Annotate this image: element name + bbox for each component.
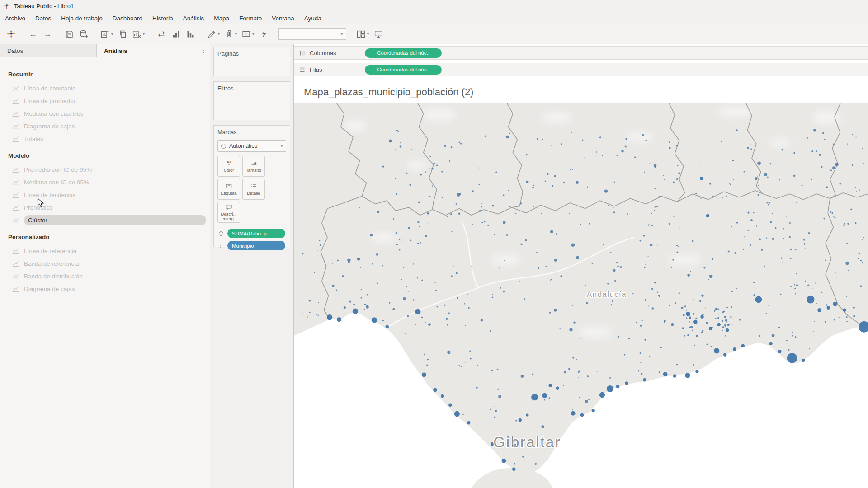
map-bubble[interactable] — [723, 353, 726, 356]
new-worksheet-button[interactable]: ▾ — [99, 26, 115, 42]
fix-axes-button[interactable] — [257, 26, 270, 42]
map-bubble[interactable] — [599, 392, 605, 398]
map-bubble[interactable] — [714, 348, 719, 353]
map-bubble[interactable] — [448, 404, 452, 407]
detail-button[interactable]: Detalle — [242, 179, 265, 200]
map-bubble[interactable] — [755, 296, 762, 303]
map-bubble[interactable] — [433, 388, 437, 392]
map-bubble[interactable] — [817, 308, 821, 312]
map-bubble[interactable] — [372, 317, 377, 323]
mark-type-selector[interactable]: Automático ▾ — [217, 140, 286, 152]
clear-sheet-button[interactable]: ▾ — [130, 26, 146, 42]
map-bubble[interactable] — [580, 413, 584, 417]
analytics-item-banda-de-distribucion[interactable]: Banda de distribución — [0, 270, 210, 282]
map-bubble[interactable] — [686, 312, 690, 316]
label-button[interactable]: Etiqueta — [217, 179, 240, 200]
map-bubble[interactable] — [386, 325, 389, 328]
map-bubble[interactable] — [709, 327, 712, 330]
map-bubble[interactable] — [591, 409, 594, 412]
undo-button[interactable]: ← — [26, 26, 40, 42]
color-button[interactable]: Color — [217, 156, 240, 177]
rows-shelf[interactable]: Filas Coordenadas del núc.. — [294, 63, 868, 76]
map-bubble[interactable] — [353, 309, 358, 314]
group-members-button[interactable]: ▾ — [222, 26, 239, 42]
rows-shelf-zone[interactable]: Coordenadas del núc.. — [353, 65, 868, 75]
analytics-item-promedio-ic95[interactable]: Promedio con IC de 95% — [0, 163, 210, 176]
field-pill-municipio[interactable]: Municipio — [227, 241, 285, 250]
swap-axes-button[interactable]: ⇄ — [155, 26, 168, 42]
analytics-item-linea-de-referencia[interactable]: Línea de referencia — [0, 244, 210, 257]
duplicate-button[interactable] — [116, 26, 129, 42]
map-bubble[interactable] — [327, 314, 332, 320]
collapse-pane-icon[interactable]: ‹ — [202, 47, 204, 55]
map-bubble[interactable] — [422, 373, 426, 377]
map-bubble[interactable] — [741, 344, 745, 347]
map-bubble[interactable] — [531, 394, 538, 401]
map-bubble[interactable] — [616, 385, 619, 388]
sort-descending-button[interactable] — [184, 26, 197, 42]
rows-pill-coordenadas[interactable]: Coordenadas del núc.. — [365, 65, 442, 75]
map-bubble[interactable] — [663, 372, 668, 376]
analytics-item-linea-de-constante[interactable]: Línea de constante — [0, 82, 210, 94]
show-mark-labels-button[interactable]: ▾ — [240, 26, 256, 42]
map-bubble[interactable] — [571, 411, 576, 416]
menu-formato[interactable]: Formato — [234, 13, 267, 23]
map-bubble[interactable] — [706, 214, 709, 217]
map-bubble[interactable] — [802, 359, 805, 362]
map-bubble[interactable] — [512, 468, 515, 471]
menu-dashboard[interactable]: Dashboard — [108, 13, 147, 23]
field-pill-suma-ratio[interactable]: SUMA(Ratio_p.. — [227, 229, 285, 238]
columns-shelf-zone[interactable]: Coordenadas del núc.. — [353, 48, 868, 58]
size-button[interactable]: Tamaño — [242, 156, 265, 177]
map-bubble[interactable] — [556, 386, 559, 389]
map-bubble[interactable] — [607, 385, 613, 392]
menu-datos[interactable]: Datos — [30, 13, 56, 23]
map-canvas[interactable]: AndalucíaGibraltar — [294, 103, 868, 488]
menu-ayuda[interactable]: Ayuda — [299, 13, 326, 23]
analytics-item-banda-de-referencia[interactable]: Banda de referencia — [0, 257, 210, 270]
map-bubble[interactable] — [700, 315, 703, 318]
show-hide-cards-button[interactable]: ▾ — [354, 26, 371, 42]
map-bubble[interactable] — [337, 317, 341, 322]
menu-analisis[interactable]: Análisis — [178, 13, 209, 23]
analytics-item-diagrama-de-cajas[interactable]: Diagrama de cajas — [0, 120, 210, 132]
start-page-button[interactable] — [5, 26, 18, 42]
map-bubble[interactable] — [693, 320, 698, 324]
tooltip-button[interactable]: Descri... emerg.. — [217, 202, 240, 223]
fit-selector[interactable]: ▾ — [278, 28, 346, 40]
filters-shelf[interactable]: Filtros — [213, 81, 290, 120]
map-bubble[interactable] — [548, 384, 552, 387]
map-bubble[interactable] — [454, 411, 460, 417]
redo-button[interactable]: → — [41, 26, 54, 42]
map-bubble[interactable] — [700, 177, 703, 180]
map-view[interactable]: AndalucíaGibraltar — [294, 103, 868, 488]
save-button[interactable] — [62, 26, 76, 42]
analytics-item-totales[interactable]: Totales — [0, 132, 210, 145]
map-bubble[interactable] — [526, 413, 528, 416]
map-bubble[interactable] — [827, 306, 830, 310]
map-bubble[interactable] — [502, 459, 506, 463]
map-bubble[interactable] — [787, 353, 797, 363]
map-bubble[interactable] — [643, 378, 646, 381]
menu-ventana[interactable]: Ventana — [267, 13, 299, 23]
analytics-item-diagrama-de-cajas-2[interactable]: Diagrama de cajas — [0, 282, 210, 295]
menu-historia[interactable]: Historia — [147, 13, 178, 23]
analytics-item-linea-de-tendencia[interactable]: Línea de tendencia — [0, 188, 210, 201]
map-bubble[interactable] — [695, 370, 698, 373]
sort-ascending-button[interactable] — [169, 26, 183, 42]
new-data-source-button[interactable] — [77, 26, 90, 42]
analytics-item-mediana-con-cuartiles[interactable]: Mediana con cuartiles — [0, 107, 210, 120]
map-bubble[interactable] — [467, 421, 470, 424]
map-bubble[interactable] — [441, 394, 444, 398]
map-bubble[interactable] — [673, 374, 676, 377]
map-bubble[interactable] — [415, 309, 420, 314]
presentation-mode-button[interactable] — [372, 26, 385, 42]
tab-datos[interactable]: Datos — [0, 44, 97, 57]
columns-pill-coordenadas[interactable]: Coordenadas del núc.. — [365, 48, 442, 58]
map-bubble[interactable] — [726, 328, 729, 332]
tab-analisis[interactable]: Análisis ‹ — [97, 44, 210, 57]
map-bubble[interactable] — [778, 350, 781, 353]
highlight-button[interactable]: ▾ — [205, 26, 222, 42]
map-bubble[interactable] — [843, 309, 846, 312]
menu-hoja-de-trabajo[interactable]: Hoja de trabajo — [56, 13, 108, 23]
